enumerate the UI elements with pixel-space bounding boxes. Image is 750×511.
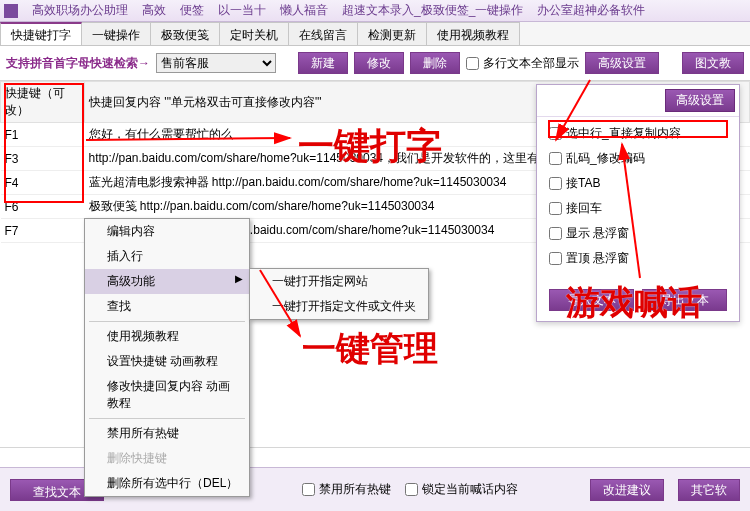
ctx-delete-hotkey[interactable]: 删除快捷键 — [85, 446, 249, 471]
title-item: 以一当十 — [218, 2, 266, 19]
tab-sticky-note[interactable]: 极致便笺 — [150, 22, 220, 45]
title-item: 懒人福音 — [280, 2, 328, 19]
panel-header-button[interactable]: 高级设置 — [665, 89, 735, 112]
sub-open-file[interactable]: 一键打开指定文件或文件夹 — [250, 294, 428, 319]
ctx-delete-selected[interactable]: 删除所有选中行（DEL） — [85, 471, 249, 496]
search-label: 支持拼音首字母快速检索→ — [6, 55, 150, 72]
edit-button[interactable]: 修改 — [354, 52, 404, 74]
delete-button[interactable]: 删除 — [410, 52, 460, 74]
app-icon — [4, 4, 18, 18]
import-text-button[interactable]: 导入文本 — [549, 289, 634, 311]
panel-option[interactable]: 接回车 — [549, 200, 727, 217]
ctx-find[interactable]: 查找 — [85, 294, 249, 319]
lock-shout-checkbox[interactable]: 锁定当前喊话内容 — [405, 481, 518, 498]
tab-hotkey-type[interactable]: 快捷键打字 — [0, 22, 82, 45]
ctx-advanced[interactable]: 高级功能 — [85, 269, 249, 294]
tab-video-tutorial[interactable]: 使用视频教程 — [426, 22, 520, 45]
cell-hotkey[interactable]: F1 — [1, 123, 85, 147]
title-item: 便签 — [180, 2, 204, 19]
multiline-checkbox[interactable]: 多行文本全部显示 — [466, 55, 579, 72]
ctx-video-tutorial[interactable]: 使用视频教程 — [85, 324, 249, 349]
title-item: 高效 — [142, 2, 166, 19]
context-menu: 编辑内容 插入行 高级功能 查找 使用视频教程 设置快捷键 动画教程 修改快捷回… — [84, 218, 250, 497]
title-item: 办公室超神必备软件 — [537, 2, 645, 19]
cell-hotkey[interactable]: F6 — [1, 195, 85, 219]
annotation-one-key-manage: 一键管理 — [302, 326, 438, 372]
title-item: 超速文本录入_极致便签_一键操作 — [342, 2, 523, 19]
other-software-button[interactable]: 其它软 — [678, 479, 740, 501]
export-text-button[interactable]: 导出文本 — [642, 289, 727, 311]
cell-hotkey[interactable]: F4 — [1, 171, 85, 195]
tab-strip: 快捷键打字 一键操作 极致便笺 定时关机 在线留言 检测更新 使用视频教程 — [0, 22, 750, 46]
panel-option[interactable]: 显示 悬浮窗 — [549, 225, 727, 242]
ctx-insert-row[interactable]: 插入行 — [85, 244, 249, 269]
advanced-button[interactable]: 高级设置 — [585, 52, 659, 74]
suggest-button[interactable]: 改进建议 — [590, 479, 664, 501]
panel-option[interactable]: 置顶 悬浮窗 — [549, 250, 727, 267]
panel-option[interactable]: 选中行_直接复制内容 — [549, 125, 727, 142]
toolbar: 支持拼音首字母快速检索→ 售前客服 新建 修改 删除 多行文本全部显示 高级设置… — [0, 46, 750, 81]
panel-option[interactable]: 乱码_修改编码 — [549, 150, 727, 167]
disable-all-checkbox[interactable]: 禁用所有热键 — [302, 481, 391, 498]
new-button[interactable]: 新建 — [298, 52, 348, 74]
category-select[interactable]: 售前客服 — [156, 53, 276, 73]
ctx-edit-reply-anim[interactable]: 修改快捷回复内容 动画教程 — [85, 374, 249, 416]
ctx-edit-content[interactable]: 编辑内容 — [85, 219, 249, 244]
tab-update[interactable]: 检测更新 — [357, 22, 427, 45]
cell-hotkey[interactable]: F7 — [1, 219, 85, 243]
cell-hotkey[interactable]: F3 — [1, 147, 85, 171]
ctx-disable-all[interactable]: 禁用所有热键 — [85, 421, 249, 446]
panel-option[interactable]: 接TAB — [549, 175, 727, 192]
advanced-panel: 高级设置 选中行_直接复制内容乱码_修改编码接TAB接回车显示 悬浮窗置顶 悬浮… — [536, 84, 740, 322]
title-item: 高效职场办公助理 — [32, 2, 128, 19]
tab-one-click[interactable]: 一键操作 — [81, 22, 151, 45]
imgtext-button[interactable]: 图文教 — [682, 52, 744, 74]
tab-shutdown[interactable]: 定时关机 — [219, 22, 289, 45]
context-submenu: 一键打开指定网站 一键打开指定文件或文件夹 — [249, 268, 429, 320]
tab-online-msg[interactable]: 在线留言 — [288, 22, 358, 45]
title-bar: 高效职场办公助理 高效 便签 以一当十 懒人福音 超速文本录入_极致便签_一键操… — [0, 0, 750, 22]
ctx-set-hotkey-anim[interactable]: 设置快捷键 动画教程 — [85, 349, 249, 374]
col-header-key[interactable]: 快捷键（可改） — [1, 82, 85, 123]
sub-open-website[interactable]: 一键打开指定网站 — [250, 269, 428, 294]
